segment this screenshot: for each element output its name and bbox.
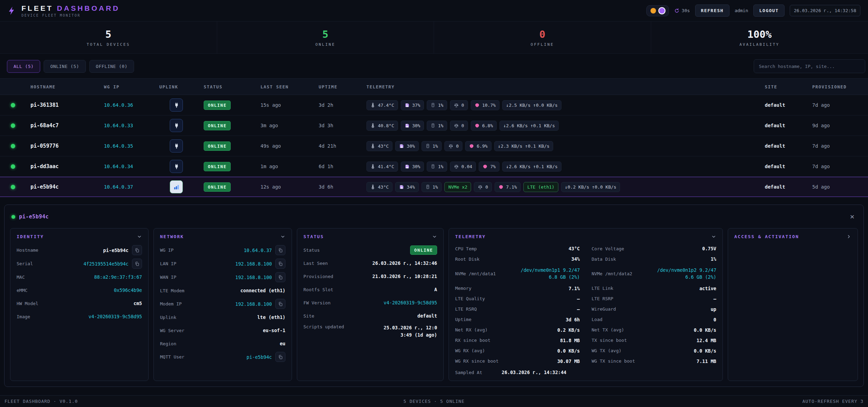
status-badge: ONLINE — [204, 121, 231, 130]
chip-text: ↓2.6 KB/s ↑0.1 KB/s — [503, 123, 555, 128]
app-title: FLEET DASHBOARD — [21, 4, 120, 12]
footer-autorefresh: AUTO-REFRESH EVERY 3 — [577, 399, 863, 404]
thermometer-icon — [370, 164, 375, 169]
column-header-wg-ip: WG IP — [104, 84, 159, 89]
chip-text: 0 — [485, 184, 488, 190]
chip-text: 43°C — [378, 184, 389, 190]
status-badge: ONLINE — [204, 101, 231, 110]
detail-row: Serial4f25195514e5b94c — [17, 257, 142, 270]
table-row[interactable]: pi-05977610.64.0.35ONLINE49s ago4d 21h43… — [0, 136, 868, 156]
detail-row: Uplinklte (eth1) — [160, 311, 285, 324]
detail-row: Scripts updated25.03.2026 г., 12:03:49 (… — [303, 322, 437, 340]
logout-button[interactable]: LOGOUT — [753, 5, 785, 17]
telemetry-cell: 40.8°C30%1%06.8%↓2.6 KB/s ↑0.1 KB/s — [366, 121, 765, 131]
detail-value: 34% — [507, 254, 580, 264]
root-disk-icon — [399, 184, 404, 190]
chevron-down-icon[interactable] — [432, 234, 437, 239]
copy-button[interactable] — [275, 272, 285, 282]
copy-button[interactable] — [275, 259, 285, 269]
detail-label: WG Server — [160, 328, 184, 333]
detail-row: eMMC0x596c4b9e — [17, 284, 142, 297]
table-row[interactable]: pi-e5b94c10.64.0.37ONLINE12s ago3d 6h43°… — [0, 177, 868, 197]
ethernet-plug-icon — [170, 139, 183, 153]
detail-value: 7.11 MB — [644, 356, 716, 366]
lte-signal-icon — [170, 180, 183, 193]
telemetry-chip: 1% — [422, 141, 442, 151]
filter-tab-offline-0[interactable]: OFFLINE (0) — [89, 60, 134, 73]
detail-value: v4-20260319-9c58d95 — [89, 314, 142, 319]
detail-label: NVMe /mnt/data2 — [592, 269, 644, 279]
chevron-right-icon[interactable] — [846, 234, 851, 239]
chip-text: 1% — [433, 144, 438, 149]
detail-value: pi-e5b94c — [247, 354, 272, 360]
theme-dot-orange[interactable] — [650, 8, 656, 14]
copy-button[interactable] — [275, 299, 285, 309]
detail-value: pi-e5b94c — [103, 248, 129, 253]
status-dot-cell — [0, 164, 30, 169]
detail-value: 3d 6h — [507, 314, 580, 325]
table-header-row: HOSTNAMEWG IPUPLINKSTATUSLAST SEENUPTIME… — [0, 78, 868, 95]
memory-icon — [482, 164, 488, 169]
telemetry-chip: 6.8% — [471, 121, 497, 131]
copy-button[interactable] — [132, 245, 142, 255]
chip-text: 47.4°C — [378, 103, 394, 108]
last-seen-cell: 1m ago — [260, 164, 319, 169]
detail-label: Sampled At — [455, 370, 482, 375]
telemetry-chip: LTE (eth1) — [523, 182, 558, 192]
table-row[interactable]: pi-68a4c710.64.0.33ONLINE3m ago3d 3h40.8… — [0, 115, 868, 136]
status-dot — [11, 164, 15, 169]
chip-text: 7.1% — [506, 184, 517, 190]
chip-text: 1% — [438, 103, 443, 108]
detail-label: Load — [592, 314, 644, 324]
telemetry-chip: 0.04 — [450, 162, 476, 172]
search-input[interactable] — [754, 59, 865, 73]
copy-button[interactable] — [132, 259, 142, 269]
close-icon[interactable]: × — [848, 212, 857, 221]
chip-text: 1% — [438, 164, 443, 169]
table-body: pi-36138110.64.0.36ONLINE15s ago3d 2h47.… — [0, 95, 868, 197]
detail-label: Provisioned — [303, 274, 333, 279]
telemetry-chip: 1% — [427, 162, 447, 172]
table-row[interactable]: pi-dd3aac10.64.0.34ONLINE1m ago6d 1h41.4… — [0, 156, 868, 177]
filter-tab-online-5[interactable]: ONLINE (5) — [44, 60, 86, 73]
detail-value: — — [507, 294, 580, 304]
stat-value: 0 — [539, 28, 545, 40]
hostname-cell: pi-059776 — [30, 143, 104, 149]
wg-ip-cell: 10.64.0.33 — [104, 123, 159, 128]
filter-toolbar: ALL (5)ONLINE (5)OFFLINE (0) — [0, 59, 868, 73]
telemetry-card: TELEMETRY CPU Temp43°CCore Voltage0.75VR… — [449, 228, 723, 381]
detail-label: Site — [303, 313, 314, 319]
device-detail-panel: pi-e5b94c × IDENTITY Hostnamepi-e5b94cSe… — [4, 205, 864, 387]
theme-dot-purple[interactable] — [659, 8, 665, 14]
detail-row: Rootfs SlotA — [303, 283, 437, 296]
detail-label: TX since boot — [592, 335, 644, 345]
detail-value: 88:a2:9e:37:f3:67 — [94, 274, 142, 280]
provisioned-cell: 9d ago — [812, 123, 868, 128]
site-cell: default — [765, 164, 812, 169]
refresh-button[interactable]: REFRESH — [695, 5, 729, 17]
detail-label: WG IP — [160, 248, 174, 253]
chevron-down-icon[interactable] — [711, 234, 716, 239]
table-row[interactable]: pi-36138110.64.0.36ONLINE15s ago3d 2h47.… — [0, 95, 868, 115]
copy-button[interactable] — [275, 245, 285, 255]
detail-label: WAN IP — [160, 275, 176, 280]
column-header-telemetry: TELEMETRY — [366, 84, 765, 89]
detail-label: Modem IP — [160, 301, 182, 306]
load-icon — [454, 123, 459, 128]
brand-block: FLEET DASHBOARD DEVICE FLEET MONITOR — [21, 4, 120, 17]
chip-text: 0 — [456, 144, 459, 149]
detail-value: connected (eth1) — [240, 288, 285, 293]
stats-bar: 5TOTAL DEVICES5ONLINE0OFFLINE100%AVAILAB… — [0, 21, 868, 54]
detail-label: RX since boot — [455, 335, 507, 345]
stat-availability: 100%AVAILABILITY — [651, 21, 868, 53]
telemetry-chip: 30% — [395, 141, 418, 151]
telemetry-cell: 41.4°C30%1%0.047%↓2.6 KB/s ↑0.1 KB/s — [366, 162, 765, 172]
copy-button[interactable] — [275, 352, 285, 362]
data-disk-icon — [425, 144, 430, 148]
telemetry-chip: 43°C — [366, 182, 392, 192]
load-icon — [454, 164, 459, 169]
filter-tab-all-5[interactable]: ALL (5) — [7, 60, 40, 73]
detail-row: MAC88:a2:9e:37:f3:67 — [17, 270, 142, 284]
chevron-down-icon[interactable] — [137, 234, 142, 239]
chevron-down-icon[interactable] — [280, 234, 285, 239]
